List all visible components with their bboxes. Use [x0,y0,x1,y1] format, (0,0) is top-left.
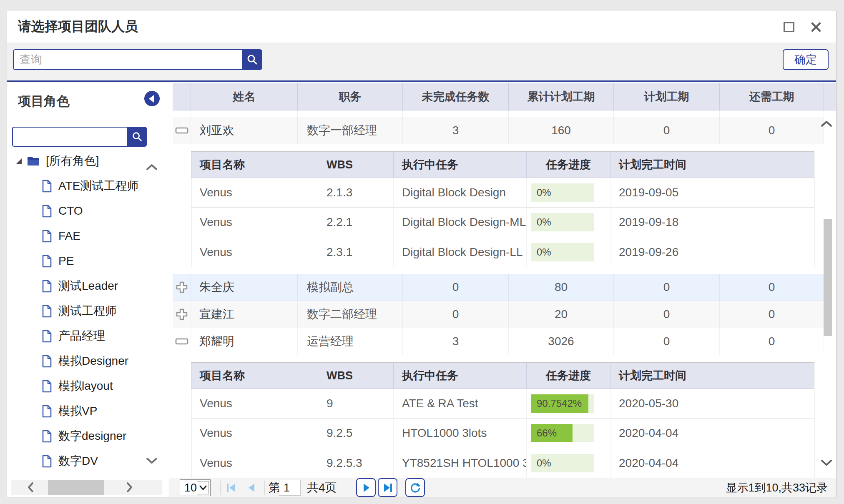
header-cell[interactable]: 未完成任务数 [403,83,509,110]
member-row[interactable]: 郑耀明运营经理3302600 [173,328,824,355]
expand-row-icon[interactable] [173,301,191,328]
position-cell: 数字二部经理 [298,301,403,328]
first-page-icon[interactable] [224,481,239,494]
name-cell: 郑耀明 [191,328,298,355]
project-name-cell: Venus [191,208,318,237]
task-row[interactable]: Venus2.1.3Digital Block Design0%2019-09-… [191,178,814,208]
progress-bar: 0% [531,454,594,472]
tree-expand-icon[interactable] [16,158,22,164]
wbs-cell: 9.2.5.3 [318,448,394,478]
tree-scroll-up-icon[interactable] [146,163,158,171]
member-row[interactable]: 朱全庆模拟副总08000 [173,274,824,301]
member-row[interactable]: 宣建江数字二部经理02000 [173,301,824,328]
row-gap [173,267,824,274]
tree-scroll-down-icon[interactable] [146,457,158,464]
planned-duration-cell: 0 [614,328,720,355]
search-button[interactable] [242,49,262,70]
wbs-cell: 2.2.1 [318,208,394,237]
tree-item[interactable]: CTO [7,198,151,223]
maximize-icon[interactable] [784,22,794,32]
document-icon [41,330,53,343]
confirm-button[interactable]: 确定 [783,49,829,70]
subtable-header-cell: WBS [318,363,394,389]
header-cell[interactable]: 累计计划工期 [509,83,614,110]
prev-page-icon[interactable] [244,481,259,494]
page-number-input[interactable] [279,480,301,496]
header-cell[interactable]: 职务 [298,83,403,110]
header-cell[interactable]: 还需工期 [720,83,824,110]
finish-date-cell: 2019-09-18 [610,208,814,237]
subtable-header-cell: 任务进度 [527,363,610,389]
subtable-header-cell: 任务进度 [527,152,610,178]
tree-item-label: 模拟Designer [58,353,128,369]
grid-scroll-down-icon[interactable] [820,459,833,466]
tree-item[interactable]: 模拟layout [7,374,151,399]
task-row[interactable]: Venus9ATE & RA Test90.7542%2020-05-30 [191,389,814,419]
cumulative-duration-cell: 160 [509,117,614,144]
progress-label: 0% [537,187,551,198]
wbs-cell: 2.1.3 [318,178,394,207]
tree-item[interactable]: 数字DV [7,449,151,474]
tree-item-label: FAE [58,229,80,243]
task-row[interactable]: Venus2.3.1Digital Block Design-LL0%2019-… [191,237,814,267]
document-icon [41,255,53,268]
subtable-header-cell: 执行中任务 [394,152,527,178]
remaining-duration-cell: 0 [720,274,824,301]
grid-scroll-up-icon[interactable] [820,120,833,128]
task-name-cell: YT8521SH HTOL1000 3r [394,448,527,478]
dialog-title: 请选择项目团队人员 [18,18,138,36]
sidebar-collapse-icon[interactable] [144,91,160,106]
tree-item[interactable]: 测试Leader [7,273,151,298]
header-cell[interactable]: 计划工期 [614,83,720,110]
name-cell: 朱全庆 [191,274,298,301]
project-name-cell: Venus [191,237,318,267]
project-name-cell: Venus [191,178,318,207]
tree-item-label: CTO [58,204,83,218]
close-icon[interactable] [809,20,823,34]
page-size-value: 10 [180,481,197,494]
scroll-right-icon[interactable] [122,480,137,495]
tree-item[interactable]: PE [7,248,151,273]
tree-item-partial[interactable] [7,474,151,479]
scroll-left-icon[interactable] [23,480,38,495]
progress-label: 90.7542% [537,398,582,409]
tree-item[interactable]: ATE测试工程师 [7,173,151,198]
role-filter-input[interactable] [12,127,127,147]
page-size-select[interactable]: 10 [180,479,211,496]
collapse-row-icon[interactable] [173,328,191,355]
tree-item[interactable]: 测试工程师 [7,298,151,323]
tree-item[interactable]: 数字designer [7,424,151,449]
task-row[interactable]: Venus9.2.5HTOL1000 3lots66%2020-04-04 [191,419,814,448]
progress-label: 66% [537,427,557,439]
tree-item[interactable]: 产品经理 [7,323,151,349]
sliver-cell [173,110,191,117]
task-name-cell: Digital Block Design-ML [394,208,527,237]
finish-date-cell: 2019-09-05 [610,178,814,207]
grid-scrollbar-thumb[interactable] [824,219,832,336]
task-row[interactable]: Venus9.2.5.3YT8521SH HTOL1000 3r0%2020-0… [191,448,814,478]
collapse-row-icon[interactable] [173,117,191,144]
next-page-button[interactable] [356,478,376,497]
task-subtable: 项目名称WBS执行中任务任务进度计划完工时间Venus9ATE & RA Tes… [191,362,814,478]
expand-row-icon[interactable] [173,274,191,301]
search-icon [246,53,259,66]
sidebar-horizontal-scrollbar[interactable] [11,480,162,495]
tree-item[interactable]: 模拟VP [7,399,151,424]
tree-item[interactable]: FAE [7,223,151,248]
scrollbar-thumb[interactable] [48,480,104,495]
sliver-cell [298,110,403,117]
screen: 请选择项目团队人员 确定 项目角色 [0,0,844,504]
tree-item-label: 测试工程师 [58,303,117,319]
last-page-button[interactable] [378,478,397,497]
tree-item-label: 数字designer [58,428,126,444]
tree-item-root[interactable]: [所有角色] [7,148,151,173]
header-cell[interactable]: 姓名 [191,83,298,110]
member-row[interactable]: 刘亚欢数字一部经理316000 [173,117,824,144]
name-cell: 宣建江 [191,301,298,328]
refresh-button[interactable] [405,478,425,497]
task-row[interactable]: Venus2.2.1Digital Block Design-ML0%2019-… [191,208,814,237]
search-input[interactable] [13,49,242,70]
document-icon [41,230,53,243]
role-filter-search-button[interactable] [127,127,147,147]
tree-item[interactable]: 模拟Designer [7,349,151,374]
